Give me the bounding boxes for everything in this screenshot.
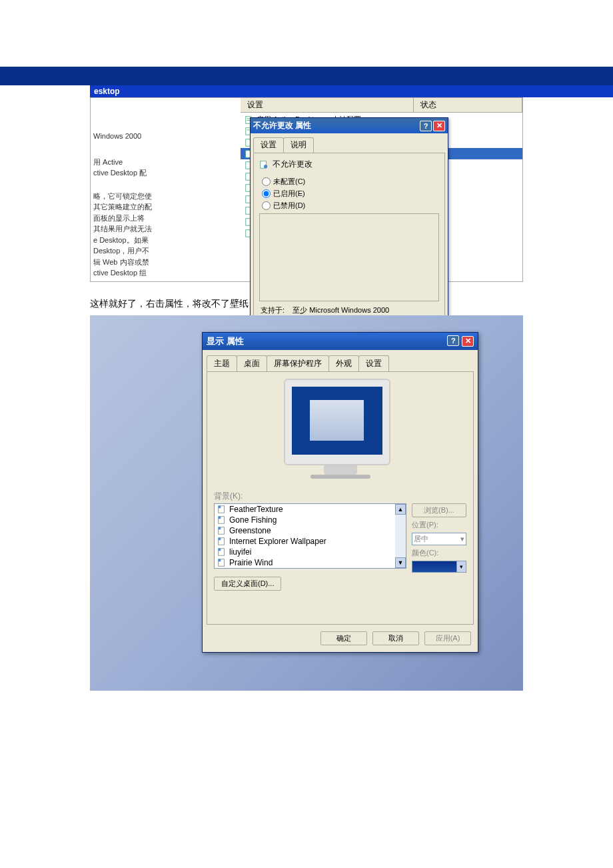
top-blue-bar bbox=[0, 67, 613, 85]
file-icon bbox=[217, 515, 227, 525]
dialog-title-bar[interactable]: 不允许更改 属性 ? ✕ bbox=[251, 118, 448, 133]
file-icon bbox=[217, 526, 227, 535]
tab-settings[interactable]: 设置 bbox=[358, 355, 389, 371]
tab-screensaver[interactable]: 屏幕保护程序 bbox=[267, 355, 329, 371]
gpedit-section: esktop Windows 2000 用 Active ctive Deskt… bbox=[0, 85, 613, 282]
list-header: 设置 状态 bbox=[241, 98, 522, 113]
svg-marker-25 bbox=[219, 548, 221, 551]
tab-desktop[interactable]: 桌面 bbox=[237, 355, 267, 371]
scroll-up-button[interactable]: ▲ bbox=[395, 504, 406, 515]
col-status[interactable]: 状态 bbox=[414, 98, 522, 112]
col-setting[interactable]: 设置 bbox=[241, 98, 414, 112]
help-button[interactable]: ? bbox=[447, 335, 459, 346]
position-select: 居中▾ bbox=[412, 533, 466, 545]
help-button[interactable]: ? bbox=[420, 121, 432, 131]
svg-marker-23 bbox=[219, 537, 221, 540]
position-label: 位置(P): bbox=[412, 520, 466, 530]
radio-enabled[interactable]: 已启用(E) bbox=[262, 189, 439, 199]
supported-on: 支持于: 至少 Microsoft Windows 2000 bbox=[261, 305, 438, 315]
color-label: 颜色(C): bbox=[412, 548, 466, 558]
desktop-screenshot: 显示 属性 ? ✕ 主题 桌面 屏幕保护程序 外观 设置 背景(K): Feat… bbox=[90, 315, 523, 691]
tab-theme[interactable]: 主题 bbox=[207, 355, 237, 371]
policy-name-label: 不允许更改 bbox=[273, 159, 312, 170]
close-button[interactable]: ✕ bbox=[462, 336, 474, 347]
cancel-button[interactable]: 取消 bbox=[372, 631, 419, 645]
scroll-down-button[interactable]: ▼ bbox=[395, 557, 406, 568]
list-item[interactable]: Prairie Wind bbox=[215, 557, 406, 568]
svg-marker-21 bbox=[219, 527, 221, 529]
chevron-down-icon: ▾ bbox=[460, 535, 464, 543]
svg-marker-19 bbox=[219, 516, 221, 519]
file-icon bbox=[217, 558, 227, 567]
svg-marker-17 bbox=[219, 505, 221, 508]
monitor-preview bbox=[284, 379, 397, 485]
list-item[interactable]: Internet Explorer Wallpaper bbox=[215, 536, 406, 547]
color-picker[interactable]: ▾ bbox=[412, 561, 466, 573]
display-properties-dialog: 显示 属性 ? ✕ 主题 桌面 屏幕保护程序 外观 设置 背景(K): Feat… bbox=[202, 332, 478, 653]
description-pane: Windows 2000 用 Active ctive Desktop 配 略，… bbox=[91, 98, 241, 281]
tab-setting[interactable]: 设置 bbox=[253, 137, 284, 153]
svg-point-15 bbox=[264, 165, 267, 168]
scroll-track[interactable] bbox=[395, 515, 406, 557]
list-item[interactable]: liuyifei bbox=[215, 547, 406, 557]
window-title-bar: esktop bbox=[90, 85, 613, 97]
options-box bbox=[259, 213, 439, 301]
tab-appearance[interactable]: 外观 bbox=[328, 355, 359, 371]
list-item[interactable]: FeatherTexture bbox=[215, 504, 406, 515]
chevron-down-icon: ▾ bbox=[456, 561, 466, 572]
ok-button[interactable]: 确定 bbox=[320, 631, 367, 645]
file-icon bbox=[217, 537, 227, 546]
tab-explain[interactable]: 说明 bbox=[283, 137, 314, 153]
svg-marker-27 bbox=[219, 559, 221, 561]
dialog-title-bar[interactable]: 显示 属性 ? ✕ bbox=[203, 333, 478, 350]
background-listbox[interactable]: FeatherTexture Gone Fishing Greenstone I… bbox=[214, 503, 406, 569]
customize-desktop-button[interactable]: 自定义桌面(D)... bbox=[214, 577, 281, 591]
background-label: 背景(K): bbox=[214, 491, 466, 502]
apply-button: 应用(A) bbox=[424, 631, 471, 645]
file-icon bbox=[217, 505, 227, 514]
dialog-title: 不允许更改 属性 bbox=[253, 120, 311, 131]
list-item[interactable]: Gone Fishing bbox=[215, 515, 406, 525]
file-icon bbox=[217, 547, 227, 557]
list-item[interactable]: Greenstone bbox=[215, 525, 406, 536]
close-button[interactable]: ✕ bbox=[433, 121, 445, 131]
browse-button: 浏览(B)... bbox=[412, 503, 466, 517]
radio-disabled[interactable]: 已禁用(D) bbox=[262, 201, 439, 211]
dialog-title: 显示 属性 bbox=[207, 335, 244, 347]
policy-icon bbox=[259, 160, 269, 169]
radio-unconfigured[interactable]: 未配置(C) bbox=[262, 177, 439, 187]
